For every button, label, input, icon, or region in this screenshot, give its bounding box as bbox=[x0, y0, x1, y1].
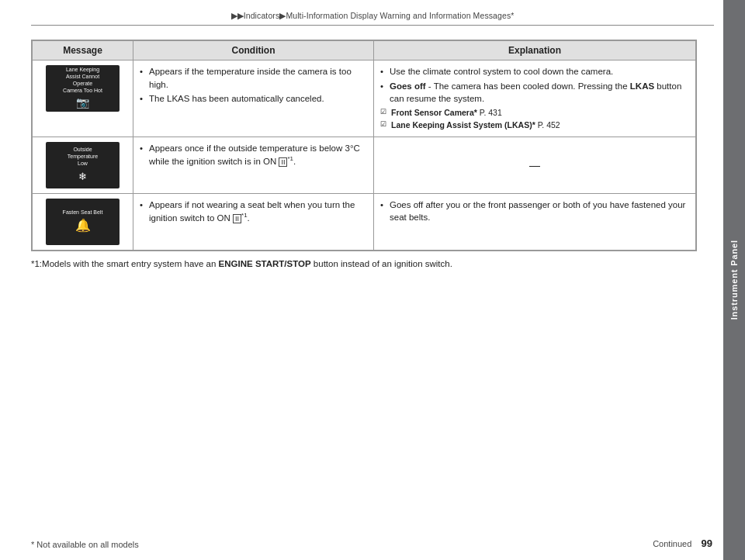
right-sidebar: Instrument Panel bbox=[723, 0, 745, 560]
lkas-explanation-2: Goes off - The camera has been cooled do… bbox=[380, 80, 689, 105]
lkas-image-text: Lane KeepingAssist CannotOperateCamera T… bbox=[63, 66, 102, 94]
footer-note: * Not available on all models bbox=[31, 540, 139, 549]
outside-temp-display-image: OutsideTemperatureLow ❄ bbox=[46, 142, 120, 188]
seatbelt-conditions: Appears if not wearing a seat belt when … bbox=[140, 199, 367, 225]
col-header-condition: Condition bbox=[133, 41, 374, 60]
lkas-conditions: Appears if the temperature inside the ca… bbox=[140, 65, 367, 105]
col-header-message: Message bbox=[33, 41, 133, 60]
sidebar-label: Instrument Panel bbox=[729, 240, 739, 320]
outside-temp-image-text: OutsideTemperatureLow bbox=[68, 146, 98, 167]
condition-cell-seatbelt: Appears if not wearing a seat belt when … bbox=[133, 193, 374, 250]
lkas-explanation-1: Use the climate control system to cool d… bbox=[380, 65, 689, 78]
header-divider bbox=[31, 25, 714, 26]
lkas-condition-2: The LKAS has been automatically canceled… bbox=[140, 92, 367, 105]
explanation-cell-outside-temp: — bbox=[374, 137, 696, 193]
seatbelt-icon: 🔔 bbox=[75, 217, 91, 234]
seatbelt-condition-1: Appears if not wearing a seat belt when … bbox=[140, 199, 367, 225]
camera-icon: 📷 bbox=[76, 95, 89, 111]
message-cell-lkas: Lane KeepingAssist CannotOperateCamera T… bbox=[33, 60, 133, 137]
footnote: *1:Models with the smart entry system ha… bbox=[31, 258, 697, 271]
seatbelt-explanation-1: Goes off after you or the front passenge… bbox=[380, 199, 689, 224]
page-footer: * Not available on all models Continued … bbox=[31, 538, 712, 549]
snowflake-icon: ❄ bbox=[78, 170, 87, 184]
col-header-explanation: Explanation bbox=[374, 41, 696, 60]
lkas-condition-1: Appears if the temperature inside the ca… bbox=[140, 65, 367, 91]
info-table: Message Condition Explanation Lane Keepi… bbox=[32, 40, 696, 251]
seatbelt-explanations: Goes off after you or the front passenge… bbox=[380, 199, 689, 224]
continued-label: Continued bbox=[653, 539, 691, 548]
seatbelt-image-text: Fasten Seat Belt bbox=[63, 209, 103, 216]
ref-front-sensor: Front Sensor Camera* P. 431 bbox=[380, 107, 689, 119]
explanation-cell-seatbelt: Goes off after you or the front passenge… bbox=[374, 193, 696, 250]
page-header: ▶▶Indicators▶Multi-Information Display W… bbox=[0, 0, 745, 25]
table-row: Lane KeepingAssist CannotOperateCamera T… bbox=[33, 60, 696, 137]
explanation-cell-lkas: Use the climate control system to cool d… bbox=[374, 60, 696, 137]
lkas-explanations: Use the climate control system to cool d… bbox=[380, 65, 689, 105]
ref-lkas: Lane Keeping Assist System (LKAS)* P. 45… bbox=[380, 119, 689, 132]
condition-cell-lkas: Appears if the temperature inside the ca… bbox=[133, 60, 374, 137]
condition-cell-outside-temp: Appears once if the outside temperature … bbox=[133, 137, 374, 193]
outside-temp-conditions: Appears once if the outside temperature … bbox=[140, 142, 367, 168]
main-content: Message Condition Explanation Lane Keepi… bbox=[31, 40, 712, 271]
message-cell-seatbelt: Fasten Seat Belt 🔔 bbox=[33, 193, 133, 250]
lkas-display-image: Lane KeepingAssist CannotOperateCamera T… bbox=[46, 65, 120, 112]
breadcrumb: ▶▶Indicators▶Multi-Information Display W… bbox=[231, 11, 515, 20]
table-row: Fasten Seat Belt 🔔 Appears if not wearin… bbox=[33, 193, 696, 250]
table-row: OutsideTemperatureLow ❄ Appears once if … bbox=[33, 137, 696, 193]
page-number: 99 bbox=[702, 538, 712, 549]
main-table-wrapper: Message Condition Explanation Lane Keepi… bbox=[31, 40, 697, 251]
seatbelt-display-image: Fasten Seat Belt 🔔 bbox=[46, 199, 120, 245]
outside-temp-condition-1: Appears once if the outside temperature … bbox=[140, 142, 367, 168]
footnote-text: *1:Models with the smart entry system ha… bbox=[31, 259, 452, 268]
message-cell-outside-temp: OutsideTemperatureLow ❄ bbox=[33, 137, 133, 193]
footer-right: Continued 99 bbox=[653, 538, 712, 549]
